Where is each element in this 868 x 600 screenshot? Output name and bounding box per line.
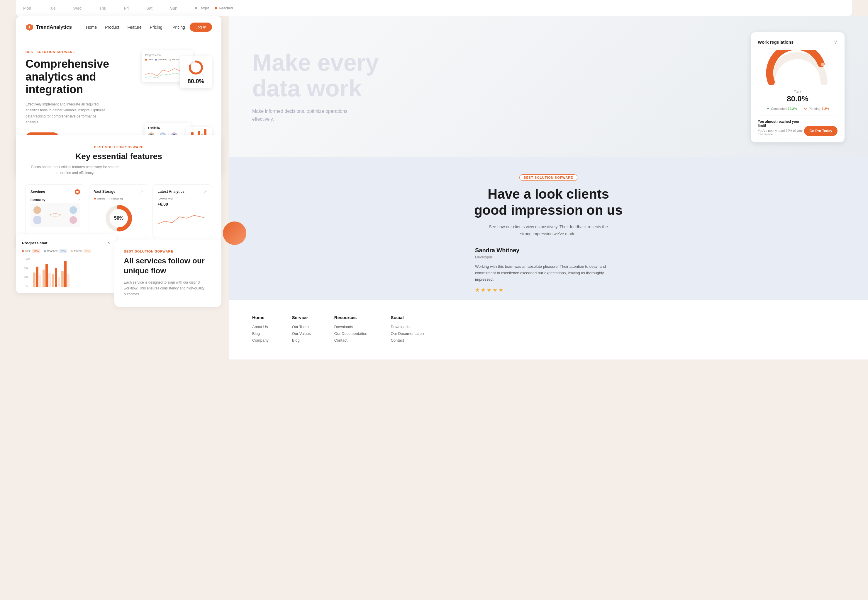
- legend-paired: Paired: [169, 58, 179, 61]
- day-thu: Thu: [99, 6, 106, 11]
- flex-avatar-3: [70, 206, 77, 214]
- pc-reached-label: Reached: [47, 250, 58, 253]
- paired-label: Paired: [172, 58, 179, 61]
- footer: Home About Us Blog Company Service Our T…: [229, 300, 868, 359]
- footer-about[interactable]: About Us: [252, 324, 269, 329]
- testimonial-name: Sandra Whitney: [475, 247, 622, 254]
- limit-dot: [145, 59, 147, 61]
- unique-flow-desc: Each service is designed to align with o…: [124, 279, 212, 297]
- svg-point-12: [821, 63, 824, 66]
- circle-decoration: [223, 221, 246, 245]
- bar-g3-1: [52, 274, 54, 287]
- pc-paired: Paired 10%: [71, 249, 91, 253]
- footer-contact-social[interactable]: Contact: [391, 338, 424, 342]
- footer-contact-resources[interactable]: Contact: [334, 338, 368, 342]
- growth-value: +6.00: [158, 202, 207, 206]
- feature-storage-card: Vast Storage ↗ Working Remaining 50%: [89, 184, 149, 238]
- working-label: Working: [97, 197, 105, 200]
- pc-close-button[interactable]: ×: [107, 240, 110, 245]
- wr-completed-label: Completed: [771, 107, 786, 111]
- wr-warning-text: You almost reached your limit! You've ne…: [758, 120, 804, 136]
- nav-home[interactable]: Home: [86, 25, 97, 30]
- y-1000: 1,000: [24, 258, 30, 261]
- wr-warning-desc: You've nearly used 72% of your free spac…: [758, 129, 804, 136]
- footer-company[interactable]: Company: [252, 338, 269, 342]
- analytics-link[interactable]: ↗: [204, 189, 207, 194]
- pc-reached-dot: [44, 250, 46, 252]
- wr-pending-value: 7.2%: [822, 107, 829, 111]
- analytics-line-chart: [158, 209, 204, 227]
- clients-title: Have a look clientsgood impression on us: [474, 186, 623, 218]
- wr-title: Work regulations: [758, 39, 794, 44]
- svg-text:T: T: [29, 25, 31, 29]
- hero-donut-svg: [184, 59, 208, 76]
- wr-donut-container: [758, 50, 838, 85]
- storage-card-header: Vast Storage ↗: [94, 189, 144, 194]
- hero-badge: BEST SOLUTION SOFWARE: [26, 50, 136, 54]
- star-4: ★: [493, 287, 497, 293]
- footer-documentation-resources[interactable]: Our Documentation: [334, 331, 368, 336]
- pc-limit-label: Limit: [25, 250, 30, 253]
- pc-title: Progress chat: [22, 241, 47, 245]
- flexibility-header: Flexibility ↗: [30, 198, 80, 202]
- footer-our-team[interactable]: Our Team: [292, 324, 311, 329]
- testimonial-text: Working with this team was an absolute p…: [475, 264, 622, 283]
- bar-group-1: [33, 267, 41, 287]
- wr-completed: Completed 72.2%: [766, 107, 797, 111]
- bar-group-3: [52, 268, 60, 287]
- day-fri: Fri: [124, 6, 129, 11]
- wr-chevron-icon[interactable]: ∨: [834, 39, 838, 45]
- footer-resources-heading: Resources: [334, 315, 368, 320]
- bar-g3-3: [58, 277, 60, 287]
- y-700: 700: [24, 285, 30, 287]
- pc-header: Progress chat ×: [22, 240, 110, 245]
- flex-avatar-4: [70, 216, 77, 224]
- limit-label: Limit: [148, 58, 153, 61]
- flexibility-content: [30, 203, 80, 227]
- nav-product[interactable]: Product: [105, 25, 119, 30]
- footer-downloads-social[interactable]: Downloads: [391, 324, 424, 329]
- flex-avatar-2: [33, 216, 41, 224]
- clients-badge: BEST SOLUTION SOFWARE: [519, 174, 578, 181]
- services-card-header: Services: [30, 189, 80, 194]
- svg-text:50%: 50%: [114, 216, 123, 221]
- services-card-title: Services: [30, 190, 45, 194]
- bar-g1-1: [33, 273, 35, 287]
- bar-g2-1: [43, 270, 45, 287]
- footer-our-values[interactable]: Our Values: [292, 331, 311, 336]
- bar-g4-3: [67, 274, 70, 287]
- logo[interactable]: T TrendAnalytics: [26, 23, 72, 31]
- footer-social-heading: Social: [391, 315, 424, 320]
- hero-description: Effectively implement and integrate all …: [26, 102, 108, 126]
- nav-feature[interactable]: Feature: [127, 25, 141, 30]
- working-dot: [94, 198, 96, 200]
- reached-label: Reached: [158, 58, 167, 61]
- storage-card-title: Vast Storage: [94, 189, 116, 194]
- work-regulations-card: Work regulations ∨ Task 80.0% Completed: [751, 32, 845, 142]
- storage-link[interactable]: ↗: [140, 189, 143, 194]
- flexibility-arrow: ↗: [78, 198, 80, 201]
- flex-connector: [49, 211, 61, 220]
- remaining-legend: Remaining: [109, 197, 123, 200]
- pc-chart: 1,000 900 800 700: [22, 258, 110, 287]
- nav-pricing[interactable]: Pricing: [150, 25, 163, 30]
- analytics-card-header: Latest Analytics ↗: [158, 189, 207, 194]
- star-3: ★: [487, 287, 491, 293]
- legend-reached-small: Reached: [155, 58, 167, 61]
- dot-icon: [76, 191, 79, 193]
- footer-blog-service[interactable]: Blog: [292, 338, 311, 342]
- testimonial: Sandra Whitney Developer Working with th…: [475, 247, 622, 293]
- footer-blog-home[interactable]: Blog: [252, 331, 269, 336]
- footer-downloads-resources[interactable]: Downloads: [334, 324, 368, 329]
- day-sat: Sat: [146, 6, 152, 11]
- login-button[interactable]: Log In: [190, 23, 212, 32]
- day-sun: Sun: [170, 6, 178, 11]
- donut-value: 80.0%: [188, 78, 204, 85]
- hero-donut-card: 80.0%: [180, 56, 212, 88]
- go-pro-button[interactable]: Go Pro Today: [804, 126, 838, 136]
- footer-documentation-social[interactable]: Our Documentation: [391, 331, 424, 336]
- wr-stats: Completed 72.2% Pending 7.2%: [758, 107, 838, 111]
- flexibility-title: Flexibility: [30, 198, 46, 202]
- footer-col-social: Social Downloads Our Documentation Conta…: [391, 315, 424, 345]
- nav-pricing-right[interactable]: Pricing: [172, 25, 185, 30]
